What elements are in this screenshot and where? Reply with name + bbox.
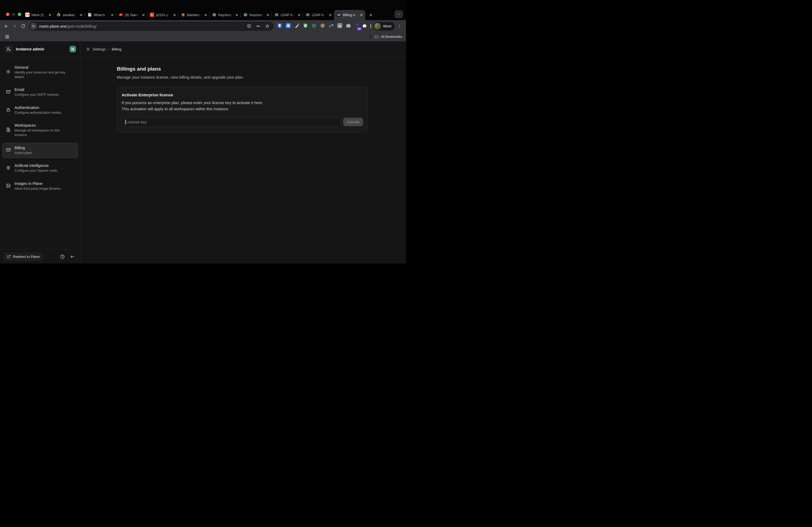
user-avatar[interactable]: N — [70, 46, 76, 52]
tab-favicon — [25, 13, 30, 17]
extension-icon[interactable] — [293, 23, 300, 30]
extension-icon[interactable] — [285, 23, 292, 30]
tab-title: Backend — [187, 13, 201, 17]
close-window-button[interactable] — [6, 13, 10, 16]
extension-icon[interactable] — [328, 23, 335, 30]
activate-button[interactable]: Activate — [343, 118, 363, 126]
page-body: General Identify your instances and get … — [0, 57, 406, 264]
back-button[interactable] — [2, 22, 11, 30]
extension-icon[interactable] — [319, 23, 326, 30]
tab-close-icon[interactable] — [297, 13, 301, 17]
tab-favicon — [212, 13, 216, 17]
install-app-button[interactable] — [246, 23, 253, 30]
all-bookmarks-label: All Bookmarks — [381, 35, 402, 39]
tab[interactable]: V LD B p2101-y — [147, 10, 178, 20]
tab-title: LDAP Au — [312, 13, 326, 17]
breadcrumb-settings[interactable]: Settings — [93, 47, 106, 51]
collapse-sidebar-button[interactable] — [70, 254, 75, 259]
tab-close-icon[interactable] — [141, 13, 146, 17]
address-bar[interactable]: mario.plane.one/god-mode/billing/ — [29, 22, 274, 31]
license-key-input[interactable] — [122, 117, 341, 127]
tab-close-icon[interactable] — [110, 13, 114, 17]
zoom-window-button[interactable] — [18, 13, 21, 16]
monitor-download-icon — [247, 24, 251, 28]
extension-icon[interactable]: m — [336, 23, 343, 30]
minimize-window-button[interactable] — [12, 13, 15, 16]
svg-text:M: M — [89, 13, 91, 15]
tab-title: Billing an — [343, 13, 357, 17]
tab[interactable]: Inbox (5) — [23, 10, 54, 20]
browser-menu-button[interactable] — [396, 22, 403, 30]
tab-close-icon[interactable] — [359, 13, 364, 17]
sidebar-item-label: General — [14, 65, 67, 70]
extension-icon[interactable] — [345, 23, 352, 30]
profile-chip[interactable]: Work — [373, 22, 395, 31]
extension-icon[interactable]: 14 — [354, 23, 360, 30]
sidebar-item[interactable]: General Identify your instances and get … — [2, 62, 78, 82]
plane-favicon — [306, 13, 310, 18]
extension-icon[interactable] — [311, 23, 317, 30]
redirect-to-plane-button[interactable]: Redirect to Plane — [3, 253, 43, 261]
user-cog-icon — [6, 47, 11, 51]
tab[interactable]: Keycloak — [209, 10, 241, 20]
window-controls — [6, 13, 21, 16]
tab-close-icon[interactable] — [328, 13, 332, 17]
tab-close-icon[interactable] — [79, 13, 83, 17]
reload-icon — [21, 24, 25, 28]
tab-favicon: V LD B — [150, 13, 154, 17]
admin-sidebar: General Identify your instances and get … — [0, 57, 81, 264]
tab-title: p2101-y — [156, 13, 170, 17]
help-button[interactable] — [60, 254, 65, 259]
bookmarks-bar: All Bookmarks — [0, 32, 406, 42]
extension-icon[interactable] — [276, 23, 283, 30]
url-text: mario.plane.one/god-mode/billing/ — [39, 24, 244, 28]
plane-favicon — [337, 13, 341, 18]
site-info-button[interactable] — [30, 22, 37, 30]
sidebar-item-description: Configure your OpenAI creds. — [14, 168, 58, 173]
billing-content: Billings and plans Manage your instance … — [81, 57, 406, 264]
tab-close-icon[interactable] — [47, 13, 52, 17]
mail-icon — [6, 89, 11, 95]
tab-favicon — [274, 13, 279, 17]
sidebar-item-description: Active plans — [14, 151, 32, 155]
mastodon-extension-icon: m — [337, 23, 342, 29]
tab-search-button[interactable] — [394, 10, 403, 18]
sidebar-item[interactable]: Billing Active plans — [2, 143, 78, 158]
brain-icon — [6, 165, 11, 171]
tab[interactable]: (5) Taara — [116, 10, 147, 20]
bookmark-star-button[interactable] — [264, 23, 271, 30]
all-bookmarks-button[interactable]: All Bookmarks — [374, 35, 402, 39]
sidebar-item[interactable]: Email Configure your SMTP controls. — [2, 85, 78, 100]
sidebar-item-description: Configure your SMTP controls. — [14, 93, 60, 97]
passwords-button[interactable] — [255, 23, 262, 30]
tab[interactable]: M What is — [85, 10, 116, 20]
image-icon — [6, 183, 11, 189]
tab-close-icon[interactable] — [203, 13, 208, 17]
tab-favicon — [119, 13, 123, 17]
tab[interactable]: Keycloak — [241, 10, 272, 20]
forward-button[interactable] — [11, 22, 19, 30]
tab[interactable]: Backend — [178, 10, 209, 20]
toolbar-divider — [371, 24, 371, 28]
extension-icon[interactable] — [302, 23, 309, 30]
tab[interactable]: LDAP Au — [272, 10, 303, 20]
tab[interactable]: Billing an — [334, 10, 365, 20]
tab-close-icon[interactable] — [234, 13, 239, 17]
tab[interactable]: sandeep — [54, 10, 85, 20]
tab-favicon — [181, 13, 185, 17]
gear-icon — [6, 69, 11, 75]
tab[interactable]: LDAP Au — [303, 10, 334, 20]
sidebar-item-label: Email — [14, 88, 60, 92]
sidebar-item[interactable]: Workspaces Manage all workspaces on this… — [2, 120, 78, 140]
sidebar-item[interactable]: Authentication Configure authentication … — [2, 103, 78, 118]
tab-close-icon[interactable] — [265, 13, 270, 17]
tab-list: Inbox (5) sandeep M What is — [23, 10, 365, 20]
new-tab-button[interactable]: + — [367, 11, 375, 19]
tab-close-icon[interactable] — [172, 13, 177, 17]
apps-grid-button[interactable] — [4, 33, 11, 40]
reload-button[interactable] — [19, 22, 27, 30]
sidebar-item[interactable]: Images in Plane Allow third-party image … — [2, 178, 78, 194]
snowflake-extension-icon — [286, 23, 291, 29]
sidebar-item[interactable]: Artificial intelligence Configure your O… — [2, 161, 78, 176]
extensions-menu-button[interactable] — [361, 22, 368, 30]
